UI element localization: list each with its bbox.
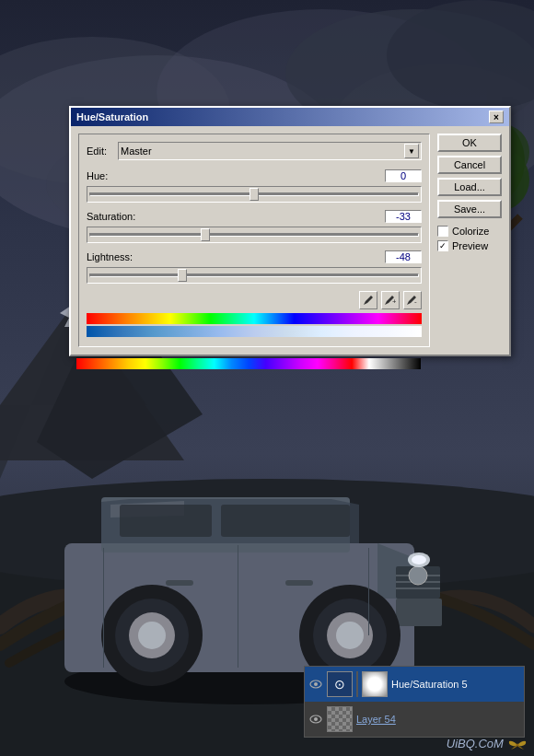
spectrum-top-bar	[87, 313, 422, 324]
watermark: UiBQ.CoM	[447, 737, 527, 751]
lightness-label: Lightness:	[87, 251, 133, 262]
layer-visibility-icon[interactable]	[308, 712, 323, 727]
eyedropper-button[interactable]	[359, 291, 377, 309]
lightness-slider-row: Lightness: -48	[87, 250, 422, 284]
edit-label: Edit:	[87, 145, 114, 157]
ok-button[interactable]: OK	[437, 134, 502, 152]
layers-panel: ⊙ Hue/Saturation 5 Layer 54	[304, 666, 525, 738]
svg-rect-43	[368, 548, 369, 635]
layer-name: Hue/Saturation 5	[391, 679, 520, 690]
preview-label: Preview	[452, 240, 488, 251]
eyedropper-plus-button[interactable]: +	[381, 291, 400, 309]
layer-name: Layer 54	[356, 714, 520, 725]
svg-rect-41	[103, 548, 104, 668]
layer-thumbnail	[327, 706, 353, 732]
layer-visibility-icon[interactable]	[308, 677, 323, 692]
preview-checkbox[interactable]: ✓	[437, 240, 448, 251]
dialog-title: Hue/Saturation	[76, 111, 148, 122]
svg-text:-: -	[414, 297, 417, 306]
colorize-checkbox[interactable]	[437, 226, 448, 237]
layer-divider	[356, 671, 358, 697]
lightness-slider-track[interactable]	[87, 267, 422, 284]
spectrum-section	[87, 313, 422, 337]
hue-slider-row: Hue: 0	[87, 169, 422, 203]
svg-rect-31	[120, 505, 212, 537]
svg-point-30	[412, 555, 426, 564]
saturation-label: Saturation:	[87, 211, 135, 222]
hue-value[interactable]: 0	[385, 169, 422, 182]
layer-mask-thumbnail	[362, 671, 388, 697]
save-button[interactable]: Save...	[437, 200, 502, 218]
svg-text:+: +	[392, 297, 396, 306]
eyedropper-minus-button[interactable]: -	[403, 291, 422, 309]
svg-rect-32	[221, 505, 350, 537]
layer-item[interactable]: ⊙ Hue/Saturation 5	[305, 667, 524, 702]
hue-slider-track[interactable]	[87, 186, 422, 203]
saturation-slider-track[interactable]	[87, 227, 422, 243]
dialog-titlebar: Hue/Saturation ×	[71, 108, 509, 126]
lightness-slider-thumb[interactable]	[178, 269, 187, 282]
dialog-close-button[interactable]: ×	[489, 110, 504, 123]
spectrum-bottom-bar	[87, 326, 422, 337]
saturation-slider-row: Saturation: -33	[87, 210, 422, 243]
select-arrow-icon: ▼	[404, 144, 419, 158]
svg-point-36	[138, 622, 166, 649]
svg-rect-42	[238, 545, 238, 668]
saturation-slider-thumb[interactable]	[201, 228, 210, 241]
hue-label: Hue:	[87, 170, 108, 181]
svg-point-53	[314, 717, 318, 721]
svg-point-28	[409, 566, 427, 585]
hue-saturation-dialog: Hue/Saturation × Edit: Master ▼	[69, 106, 511, 369]
svg-point-54	[517, 744, 519, 747]
colorize-label: Colorize	[452, 226, 489, 237]
svg-text:⊙: ⊙	[334, 677, 345, 692]
hue-slider-thumb[interactable]	[250, 188, 259, 201]
svg-point-40	[336, 622, 364, 649]
options-section: Colorize ✓ Preview	[437, 226, 502, 251]
svg-rect-23	[396, 599, 442, 626]
lightness-value[interactable]: -48	[385, 250, 422, 263]
svg-rect-45	[285, 580, 313, 586]
cancel-button[interactable]: Cancel	[437, 156, 502, 174]
svg-rect-44	[166, 580, 193, 586]
load-button[interactable]: Load...	[437, 178, 502, 196]
color-bar	[76, 358, 421, 369]
layer-item[interactable]: Layer 54	[305, 702, 524, 737]
svg-point-49	[314, 682, 318, 686]
saturation-value[interactable]: -33	[385, 210, 422, 223]
layer-thumbnail: ⊙	[327, 671, 353, 697]
edit-select[interactable]: Master ▼	[118, 142, 422, 160]
